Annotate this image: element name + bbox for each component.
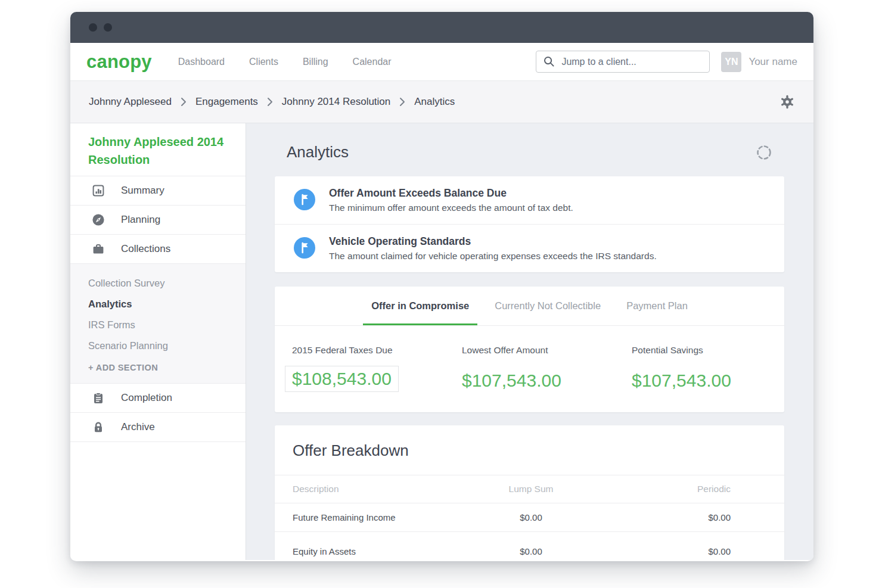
breadcrumb-engagements[interactable]: Engagements <box>195 96 258 108</box>
app-window: canopy Dashboard Clients Billing Calenda… <box>70 12 813 561</box>
resolution-tabs: Offer in Compromise Currently Not Collec… <box>275 287 784 326</box>
search-input[interactable] <box>561 57 702 67</box>
offer-breakdown-title: Offer Breakdown <box>275 425 784 475</box>
sidebar-item-analytics[interactable]: Analytics <box>70 294 246 315</box>
loading-spinner-icon <box>756 144 772 161</box>
row-periodic: $0.00 <box>594 546 766 556</box>
sidebar-item-label: Completion <box>121 392 172 404</box>
canopy-logo[interactable]: canopy <box>86 51 152 73</box>
user-avatar[interactable]: YN <box>721 52 741 72</box>
clipboard-icon <box>92 391 105 405</box>
tab-offer-in-compromise[interactable]: Offer in Compromise <box>363 287 477 325</box>
sidebar-item-completion[interactable]: Completion <box>70 384 246 413</box>
breadcrumb: Johnny Appleseed Engagements Johnny 2014… <box>89 96 455 108</box>
briefcase-icon <box>92 242 105 256</box>
collections-subsection: Collection Survey Analytics IRS Forms Sc… <box>70 264 246 384</box>
compass-icon <box>92 213 105 226</box>
sidebar-item-collections[interactable]: Collections <box>70 235 246 264</box>
offer-breakdown-header: Description Lump Sum Periodic <box>275 475 784 503</box>
alerts-card: Offer Amount Exceeds Balance Due The min… <box>275 176 784 272</box>
row-description: Future Remaining Income <box>293 512 468 522</box>
lock-icon <box>92 421 105 434</box>
main-content: Analytics Offer Amount Exceeds Balance D… <box>246 123 813 560</box>
alert-description: The minimum offer amount exceeds the amo… <box>329 203 573 213</box>
engagement-sidebar: Johnny Appleseed 2014 Resolution Summary… <box>70 123 246 560</box>
window-titlebar <box>70 12 813 43</box>
alert-title: Offer Amount Exceeds Balance Due <box>329 187 573 200</box>
column-header-description: Description <box>293 484 468 494</box>
flag-icon <box>294 237 315 259</box>
sidebar-item-label: Archive <box>121 421 155 433</box>
alert-title: Vehicle Operating Standards <box>329 235 657 248</box>
row-lump-sum: $0.00 <box>468 546 594 556</box>
sidebar-item-summary[interactable]: Summary <box>70 176 246 206</box>
table-row: Future Remaining Income $0.00 $0.00 <box>275 503 784 532</box>
row-lump-sum: $0.00 <box>468 512 594 522</box>
bar-chart-icon <box>92 184 105 197</box>
engagement-title[interactable]: Johnny Appleseed 2014 Resolution <box>70 123 246 176</box>
nav-calendar[interactable]: Calendar <box>352 54 393 70</box>
stat-label: 2015 Federal Taxes Due <box>292 345 445 356</box>
stat-lowest-offer-amount: Lowest Offer Amount $107,543.00 <box>445 345 614 392</box>
sidebar-item-label: Summary <box>121 185 164 197</box>
sidebar-item-planning[interactable]: Planning <box>70 206 246 235</box>
resolution-options-card: Offer in Compromise Currently Not Collec… <box>275 287 784 412</box>
sidebar-item-collection-survey[interactable]: Collection Survey <box>70 273 246 294</box>
row-periodic: $0.00 <box>594 512 766 522</box>
settings-button[interactable] <box>779 94 795 110</box>
primary-nav: Dashboard Clients Billing Calendar <box>177 54 393 70</box>
chevron-right-icon <box>267 97 273 107</box>
sidebar-item-irs-forms[interactable]: IRS Forms <box>70 315 246 335</box>
nav-dashboard[interactable]: Dashboard <box>177 54 226 70</box>
add-section-button[interactable]: + ADD SECTION <box>70 356 246 374</box>
breadcrumb-bar: Johnny Appleseed Engagements Johnny 2014… <box>70 81 813 123</box>
sidebar-item-label: Collections <box>121 243 170 255</box>
breadcrumb-client[interactable]: Johnny Appleseed <box>89 96 172 108</box>
breadcrumb-current-page: Analytics <box>414 96 455 108</box>
alert-description: The amount claimed for vehicle operating… <box>329 251 657 262</box>
sidebar-item-label: Planning <box>121 214 160 226</box>
alert-offer-amount: Offer Amount Exceeds Balance Due The min… <box>275 176 784 224</box>
stat-value: $107,543.00 <box>632 371 784 391</box>
page-title: Analytics <box>287 143 349 161</box>
chevron-right-icon <box>399 97 405 107</box>
stat-value: $107,543.00 <box>462 371 614 391</box>
offer-breakdown-card: Offer Breakdown Description Lump Sum Per… <box>275 425 784 560</box>
stat-potential-savings: Potential Savings $107,543.00 <box>614 345 784 392</box>
tab-payment-plan[interactable]: Payment Plan <box>618 287 696 325</box>
stat-label: Potential Savings <box>632 345 784 356</box>
stat-federal-taxes-due: 2015 Federal Taxes Due $108,543.00 <box>275 345 445 392</box>
alert-vehicle-standards: Vehicle Operating Standards The amount c… <box>275 224 784 272</box>
breadcrumb-engagement[interactable]: Johnny 2014 Resolution <box>282 96 390 108</box>
federal-taxes-due-input[interactable]: $108,543.00 <box>285 366 399 392</box>
column-header-lump-sum: Lump Sum <box>468 484 594 494</box>
search-icon <box>544 56 555 67</box>
client-search-box[interactable] <box>536 51 710 73</box>
row-description: Equity in Assets <box>293 546 468 556</box>
gear-icon <box>779 94 795 110</box>
chevron-right-icon <box>181 97 187 107</box>
window-control-dot[interactable] <box>89 23 97 32</box>
user-name: Your name <box>749 56 797 68</box>
nav-billing[interactable]: Billing <box>302 54 330 70</box>
flag-icon <box>294 189 315 210</box>
tab-currently-not-collectible[interactable]: Currently Not Collectible <box>486 287 609 325</box>
app-header: canopy Dashboard Clients Billing Calenda… <box>70 43 813 81</box>
sidebar-item-scenario-planning[interactable]: Scenario Planning <box>70 335 246 356</box>
window-control-dot[interactable] <box>104 23 112 32</box>
stat-label: Lowest Offer Amount <box>462 345 614 356</box>
table-row: Equity in Assets $0.00 $0.00 <box>275 532 784 560</box>
nav-clients[interactable]: Clients <box>248 54 279 70</box>
column-header-periodic: Periodic <box>594 484 766 494</box>
sidebar-item-archive[interactable]: Archive <box>70 413 246 442</box>
